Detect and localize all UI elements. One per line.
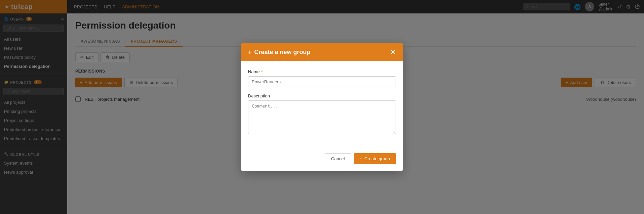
name-label: Name * [248,69,396,74]
modal-body: Name * Description [241,61,403,149]
modal-title-icon: + [248,49,252,56]
modal-close-button[interactable]: ✕ [390,49,396,55]
description-label: Description [248,93,396,98]
modal-overlay[interactable]: + Create a new group ✕ Name * Descriptio… [0,0,644,214]
modal: + Create a new group ✕ Name * Descriptio… [241,43,403,171]
create-group-button[interactable]: + Create group [354,153,396,164]
modal-footer: Cancel + Create group [241,149,403,171]
name-input[interactable] [248,76,396,87]
required-star: * [261,69,263,74]
description-textarea[interactable] [248,100,396,134]
description-form-group: Description [248,93,396,135]
modal-header: + Create a new group ✕ [241,43,403,61]
create-icon: + [360,156,363,161]
name-form-group: Name * [248,69,396,87]
cancel-button[interactable]: Cancel [325,153,351,164]
modal-title: + Create a new group [248,49,311,56]
